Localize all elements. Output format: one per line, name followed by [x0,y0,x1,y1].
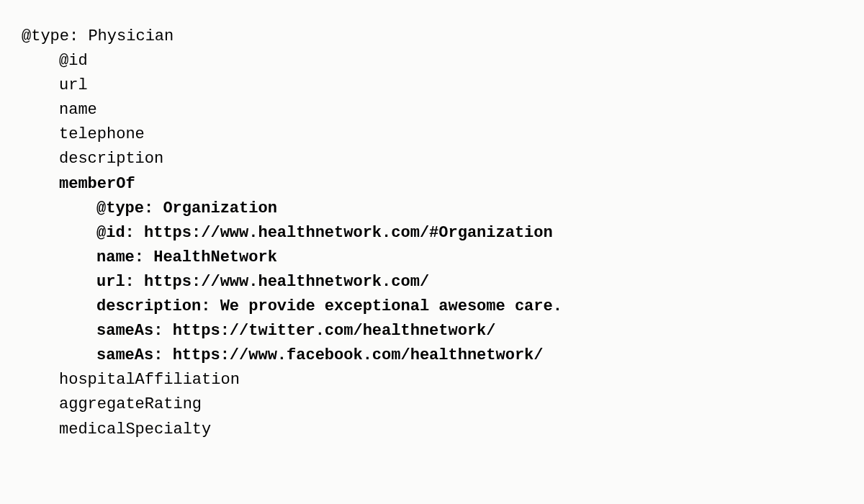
memberof-key: name: [96,248,153,266]
schema-tree: @type: Physician @id url name telephone … [22,24,842,442]
memberof-line: sameAs: https://twitter.com/healthnetwor… [22,319,842,343]
memberof-key: @id: [96,224,144,242]
memberof-line: sameAs: https://www.facebook.com/healthn… [22,343,842,368]
root-prop: url [22,73,842,98]
memberof-line: @id: https://www.healthnetwork.com/#Orga… [22,221,842,246]
root-prop: medicalSpecialty [22,418,842,442]
root-type-line: @type: Physician [22,24,842,49]
memberof-value: https://www.facebook.com/healthnetwork/ [173,346,544,364]
memberof-value: https://www.healthnetwork.com/#Organizat… [144,224,553,242]
root-type-value: Physician [88,27,174,45]
memberof-value: HealthNetwork [153,248,277,266]
memberof-line: description: We provide exceptional awes… [22,294,842,319]
memberof-label: memberOf [22,172,842,197]
memberof-value: https://twitter.com/healthnetwork/ [173,322,496,340]
root-prop: telephone [22,122,842,147]
root-prop: name [22,98,842,122]
memberof-key: sameAs: [96,346,173,364]
root-prop: hospitalAffiliation [22,368,842,392]
root-prop: aggregateRating [22,392,842,417]
memberof-key: description: [96,297,220,315]
memberof-value: https://www.healthnetwork.com/ [144,273,429,291]
memberof-value: We provide exceptional awesome care. [220,297,562,315]
memberof-line: @type: Organization [22,197,842,221]
root-prop: @id [22,49,842,73]
root-type-key: @type: [22,27,88,45]
memberof-value: Organization [163,199,276,217]
memberof-line: url: https://www.healthnetwork.com/ [22,270,842,294]
memberof-key: url: [96,273,144,291]
root-prop: description [22,147,842,171]
memberof-key: sameAs: [96,322,173,340]
memberof-line: name: HealthNetwork [22,246,842,270]
memberof-key: @type: [96,199,163,217]
